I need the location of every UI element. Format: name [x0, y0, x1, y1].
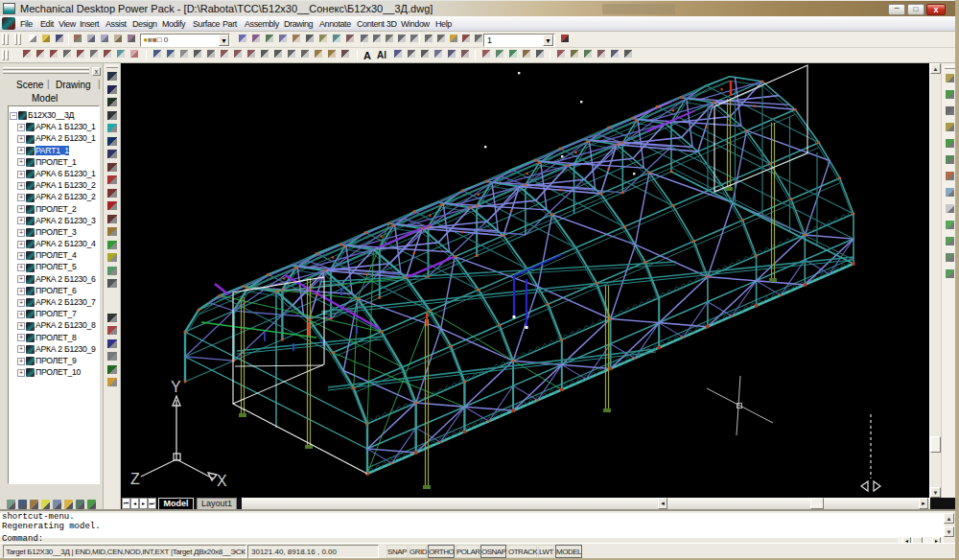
svg-text:Y: Y [171, 379, 181, 395]
svg-text:X: X [217, 473, 227, 489]
svg-text:Z: Z [130, 471, 140, 487]
